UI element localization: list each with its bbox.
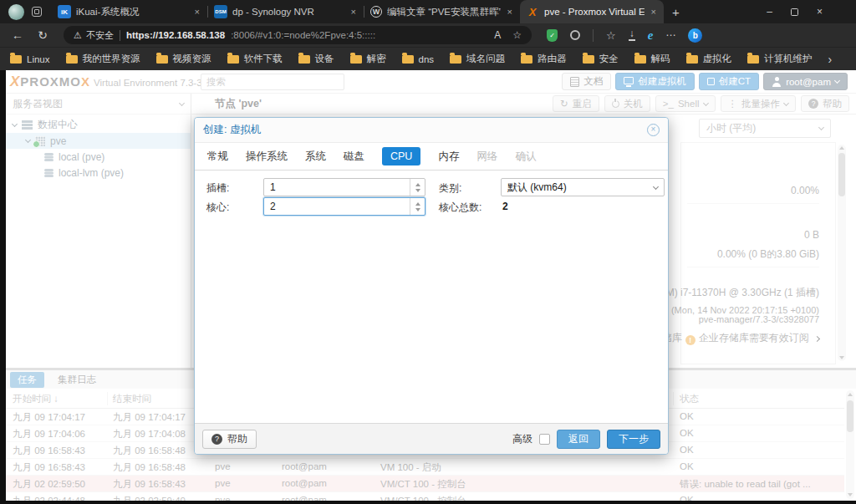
tab-title: dp - Synology NVR	[232, 7, 344, 17]
bookmark-folder[interactable]: 路由器	[521, 53, 567, 65]
back-icon[interactable]: ←	[8, 28, 27, 42]
total-cores-label: 核心总数:	[439, 201, 482, 215]
ie-mode-icon[interactable]: e	[648, 28, 654, 43]
url-path: :8006/#v1:0:=node%2Fpve:4:5:::::	[231, 30, 488, 40]
bookmark-label: 计算机维护	[764, 53, 813, 65]
refresh-icon[interactable]: ↻	[33, 28, 52, 42]
screen: iK iKuai-系统概况 × DSM dp - Synology NVR × …	[0, 0, 856, 504]
bookmark-folder[interactable]: 我的世界资源	[66, 53, 140, 65]
tab-os[interactable]: 操作系统	[246, 150, 288, 164]
folder-icon	[686, 55, 698, 64]
tab-system[interactable]: 系统	[305, 150, 326, 164]
browser-tab-ikuai[interactable]: iK iKuai-系统概况 ×	[52, 0, 207, 23]
spinner-down-icon[interactable]	[415, 189, 420, 192]
bookmark-folder[interactable]: 域名问题	[450, 53, 505, 65]
window-close-button[interactable]: ×	[817, 6, 823, 18]
bookmark-folder[interactable]: 设备	[298, 53, 334, 65]
tab-cpu[interactable]: CPU	[382, 147, 420, 165]
bookmark-folder[interactable]: 解密	[350, 53, 386, 65]
bookmark-label: 我的世界资源	[83, 53, 140, 65]
bookmark-folder[interactable]: dns	[402, 54, 435, 64]
spinner-buttons[interactable]	[410, 198, 425, 215]
tab-memory[interactable]: 内存	[438, 150, 459, 164]
bookmark-label: 路由器	[538, 53, 567, 65]
browser-tab-proxmox-active[interactable]: X pve - Proxmox Virtual Environme ×	[520, 0, 664, 23]
tab-title: iKuai-系统概况	[76, 6, 188, 18]
back-button[interactable]: 返回	[557, 430, 600, 449]
bookmark-label: 视频资源	[173, 53, 211, 65]
dsm-favicon: DSM	[214, 5, 227, 18]
bookmark-folder[interactable]: 虚拟化	[686, 53, 732, 65]
bookmark-folder[interactable]: 解码	[634, 53, 670, 65]
address-bar[interactable]: ⚠ 不安全 https://192.168.58.138 :8006/#v1:0…	[64, 26, 532, 44]
extension-icon[interactable]	[570, 30, 580, 40]
select-arrow[interactable]	[647, 179, 664, 196]
tab-close-icon[interactable]: ×	[506, 7, 514, 17]
wizard-tabs: 常规 操作系统 系统 磁盘 CPU 内存 网络 确认	[195, 143, 668, 171]
bookmark-label: 安全	[599, 53, 619, 65]
downloads-icon[interactable]: ↓	[629, 29, 635, 41]
tab-disks[interactable]: 磁盘	[344, 150, 364, 164]
wordpress-favicon: W	[370, 6, 382, 18]
favorite-star-icon[interactable]: ☆	[512, 29, 522, 41]
bookmark-folder[interactable]: 安全	[583, 53, 619, 65]
cores-label: 核心:	[206, 201, 229, 215]
help-label: 帮助	[227, 432, 247, 446]
total-cores-value: 2	[502, 201, 508, 212]
browser-tab-synology[interactable]: DSM dp - Synology NVR ×	[208, 0, 364, 23]
bookmark-folder[interactable]: 计算机维护	[747, 53, 813, 65]
more-menu-icon[interactable]: ⋯	[665, 29, 675, 41]
folder-icon	[227, 55, 239, 64]
tab-strip: iK iKuai-系统概况 × DSM dp - Synology NVR × …	[52, 0, 664, 23]
bookmark-folder[interactable]: 视频资源	[156, 53, 211, 65]
tab-title: pve - Proxmox Virtual Environme	[544, 7, 645, 17]
spinner-buttons[interactable]	[410, 179, 425, 196]
spinner-up-icon[interactable]	[415, 183, 420, 186]
tab-groups-icon[interactable]	[32, 7, 42, 17]
spinner-up-icon[interactable]	[415, 202, 420, 206]
folder-icon	[298, 55, 310, 64]
sockets-value: 1	[264, 181, 410, 193]
tab-close-icon[interactable]: ×	[650, 7, 658, 17]
tab-close-icon[interactable]: ×	[193, 7, 201, 17]
profile-avatar[interactable]	[8, 4, 24, 20]
bookmark-label: 域名问题	[466, 53, 505, 65]
bookmark-label: 解码	[651, 53, 670, 65]
tab-network: 网络	[476, 150, 497, 164]
read-aloud-icon[interactable]: A	[494, 29, 501, 41]
adblock-shield-icon[interactable]: ✓	[547, 29, 558, 42]
cores-value: 2	[264, 201, 410, 212]
folder-icon	[583, 55, 594, 64]
dialog-body: 插槽: 1 类别: 默认 (kvm64) 核心: 2 核心总数: 2	[195, 171, 668, 423]
dialog-help-button[interactable]: ? 帮助	[202, 430, 257, 449]
browser-toolbar: ← ↻ ⚠ 不安全 https://192.168.58.138 :8006/#…	[0, 23, 856, 47]
tab-general[interactable]: 常规	[207, 150, 228, 164]
minimize-button[interactable]: –	[767, 6, 772, 18]
spinner-down-icon[interactable]	[415, 208, 420, 211]
proxmox-app: X PROXMO X Virtual Environment 7.3-3 搜索 …	[0, 70, 856, 504]
folder-icon	[10, 55, 22, 64]
sockets-spinner[interactable]: 1	[263, 178, 425, 196]
tab-title: 编辑文章 “PVE安装黑群晖” ‹ 罗比	[387, 6, 501, 18]
cpu-type-select[interactable]: 默认 (kvm64)	[501, 178, 665, 196]
favorites-hub-icon[interactable]: ☆	[606, 29, 616, 42]
tab-close-icon[interactable]: ×	[349, 7, 358, 17]
proxmox-favicon: X	[526, 5, 539, 18]
create-vm-dialog: 创建: 虚拟机 × 常规 操作系统 系统 磁盘 CPU 内存 网络 确认 插槽:…	[194, 117, 669, 455]
dialog-close-icon[interactable]: ×	[647, 124, 660, 136]
toolbar-extensions: ✓ ☆ ↓ e ⋯ b	[547, 28, 702, 43]
cpu-type-label: 类别:	[439, 181, 461, 196]
bing-chat-icon[interactable]: b	[688, 28, 702, 43]
new-tab-button[interactable]: +	[664, 5, 688, 19]
advanced-checkbox[interactable]	[539, 434, 550, 445]
advanced-label: 高级	[512, 432, 532, 446]
browser-tab-wordpress[interactable]: W 编辑文章 “PVE安装黑群晖” ‹ 罗比 ×	[364, 0, 520, 23]
cores-spinner[interactable]: 2	[263, 197, 425, 216]
browser-titlebar: iK iKuai-系统概况 × DSM dp - Synology NVR × …	[0, 0, 856, 23]
maximize-button[interactable]	[791, 8, 798, 16]
not-secure-warning[interactable]: ⚠ 不安全	[74, 29, 114, 42]
bookmark-folder[interactable]: Linux	[10, 54, 50, 64]
bookmarks-overflow-chevron[interactable]: ›	[828, 53, 833, 66]
bookmark-folder[interactable]: 软件下载	[227, 53, 283, 65]
next-button[interactable]: 下一步	[607, 430, 660, 449]
